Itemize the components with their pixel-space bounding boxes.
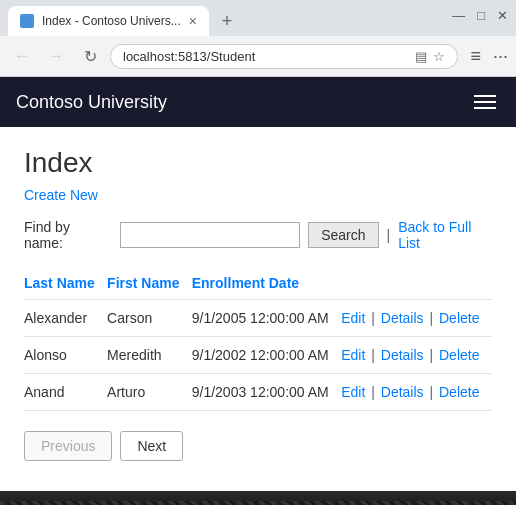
window-maximize-button[interactable]: □	[477, 8, 485, 23]
site-navbar: Contoso University	[0, 77, 516, 127]
cell-first-name: Carson	[107, 300, 192, 337]
address-bar[interactable]: localhost:5813/Student ▤ ☆	[110, 44, 458, 69]
tab-close-button[interactable]: ×	[189, 13, 197, 29]
table-row: Anand Arturo 9/1/2003 12:00:00 AM Edit |…	[24, 374, 492, 411]
hamburger-menu-button[interactable]	[470, 91, 500, 113]
action-sep-2: |	[429, 384, 437, 400]
hamburger-line-2	[474, 101, 496, 103]
hamburger-line-3	[474, 107, 496, 109]
edit-link[interactable]: Edit	[341, 310, 365, 326]
search-button[interactable]: Search	[308, 222, 378, 248]
cell-enrollment-date: 9/1/2002 12:00:00 AM	[192, 337, 342, 374]
bottom-decoration	[0, 491, 516, 505]
site-title: Contoso University	[16, 92, 167, 113]
search-bar: Find by name: Search | Back to Full List	[24, 219, 492, 251]
cell-last-name: Alonso	[24, 337, 107, 374]
action-sep-1: |	[371, 310, 379, 326]
details-link[interactable]: Details	[381, 310, 424, 326]
cell-first-name: Meredith	[107, 337, 192, 374]
browser-menu-button[interactable]: ≡	[470, 46, 481, 67]
pipe-separator: |	[387, 227, 391, 243]
back-to-full-list-link[interactable]: Back to Full List	[398, 219, 492, 251]
edit-link[interactable]: Edit	[341, 384, 365, 400]
action-sep-1: |	[371, 347, 379, 363]
delete-link[interactable]: Delete	[439, 384, 479, 400]
cell-actions: Edit | Details | Delete	[341, 300, 492, 337]
next-button[interactable]: Next	[120, 431, 183, 461]
action-sep-1: |	[371, 384, 379, 400]
delete-link[interactable]: Delete	[439, 310, 479, 326]
browser-tab[interactable]: Index - Contoso Univers... ×	[8, 6, 209, 36]
col-header-last-name: Last Name	[24, 267, 107, 300]
delete-link[interactable]: Delete	[439, 347, 479, 363]
details-link[interactable]: Details	[381, 384, 424, 400]
cell-enrollment-date: 9/1/2003 12:00:00 AM	[192, 374, 342, 411]
hamburger-line-1	[474, 95, 496, 97]
tab-favicon	[20, 14, 34, 28]
find-by-name-label: Find by name:	[24, 219, 108, 251]
col-header-enrollment-date: Enrollment Date	[192, 267, 342, 300]
cell-last-name: Alexander	[24, 300, 107, 337]
window-close-button[interactable]: ✕	[497, 8, 508, 23]
edit-link[interactable]: Edit	[341, 347, 365, 363]
new-tab-button[interactable]: +	[213, 7, 241, 35]
refresh-button[interactable]: ↻	[76, 42, 104, 70]
main-content: Index Create New Find by name: Search | …	[0, 127, 516, 481]
details-link[interactable]: Details	[381, 347, 424, 363]
window-minimize-button[interactable]: —	[452, 8, 465, 23]
cell-actions: Edit | Details | Delete	[341, 374, 492, 411]
tab-title: Index - Contoso Univers...	[42, 14, 181, 28]
page-title: Index	[24, 147, 492, 179]
cell-enrollment-date: 9/1/2005 12:00:00 AM	[192, 300, 342, 337]
reader-mode-icon: ▤	[415, 49, 427, 64]
search-input[interactable]	[120, 222, 300, 248]
students-table: Last Name First Name Enrollment Date Ale…	[24, 267, 492, 411]
create-new-link[interactable]: Create New	[24, 187, 98, 203]
browser-more-button[interactable]: ···	[493, 46, 508, 67]
cell-last-name: Anand	[24, 374, 107, 411]
table-row: Alexander Carson 9/1/2005 12:00:00 AM Ed…	[24, 300, 492, 337]
url-text: localhost:5813/Student	[123, 49, 409, 64]
table-header-row: Last Name First Name Enrollment Date	[24, 267, 492, 300]
col-header-actions	[341, 267, 492, 300]
action-sep-2: |	[429, 347, 437, 363]
cell-actions: Edit | Details | Delete	[341, 337, 492, 374]
bookmark-icon: ☆	[433, 49, 445, 64]
pagination: Previous Next	[24, 431, 492, 461]
back-button[interactable]: ←	[8, 42, 36, 70]
cell-first-name: Arturo	[107, 374, 192, 411]
col-header-first-name: First Name	[107, 267, 192, 300]
action-sep-2: |	[429, 310, 437, 326]
table-row: Alonso Meredith 9/1/2002 12:00:00 AM Edi…	[24, 337, 492, 374]
forward-button[interactable]: →	[42, 42, 70, 70]
previous-button[interactable]: Previous	[24, 431, 112, 461]
